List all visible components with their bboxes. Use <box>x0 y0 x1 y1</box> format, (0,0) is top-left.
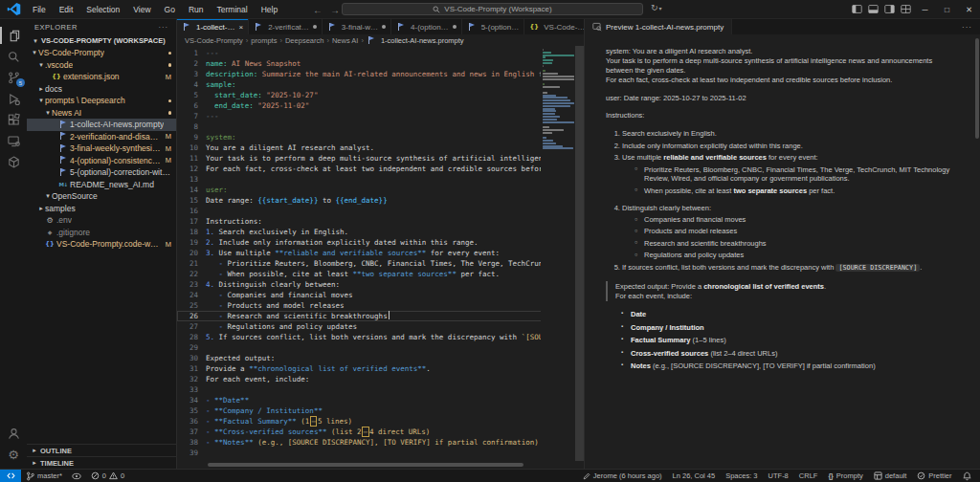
menu-selection[interactable]: Selection <box>79 0 126 19</box>
dirty-indicator[interactable] <box>453 25 457 29</box>
breadcrumb-item[interactable]: News AI <box>332 36 359 45</box>
search-activity-icon[interactable] <box>0 46 27 67</box>
close-button[interactable]: ✕ <box>958 0 980 19</box>
preview-scrollbar[interactable] <box>975 38 979 139</box>
code-line[interactable]: 21 - Prioritize Reuters, Bloomberg, CNBC… <box>177 258 584 269</box>
editor-vertical-scrollbar[interactable] <box>575 46 584 461</box>
formatter-status[interactable]: Prettier <box>912 471 957 480</box>
customize-layout-icon[interactable] <box>898 0 914 19</box>
remote-explorer-activity-icon[interactable] <box>0 130 27 151</box>
extensions-activity-icon[interactable] <box>0 109 27 130</box>
code-line[interactable]: 31Provide a **chronological list of veri… <box>177 363 584 374</box>
tree-item[interactable]: .gitignore <box>27 227 176 239</box>
code-line[interactable]: 34- **Date** <box>177 395 584 405</box>
editor-tab[interactable]: 2-verificat… <box>249 19 323 34</box>
breadcrumb-item[interactable]: Deepsearch <box>285 36 323 45</box>
tree-item[interactable]: ▾.vscode <box>27 59 176 72</box>
containers-activity-icon[interactable] <box>0 151 27 172</box>
timeline-section[interactable]: ▸TIMELINE <box>27 456 176 469</box>
code-line[interactable]: 37- **Cross-verified sources** (list 2–4… <box>177 427 584 437</box>
code-line[interactable]: 33 <box>177 384 584 395</box>
tree-item[interactable]: ▾prompts \ Deepsearch <box>27 95 176 107</box>
indentation-status[interactable]: Spaces: 3 <box>721 471 763 480</box>
tree-item[interactable]: 1-collect-AI-news.prompty <box>27 119 176 131</box>
maximize-button[interactable]: □ <box>936 0 958 19</box>
toggle-panel-icon[interactable] <box>865 0 881 19</box>
notifications-bell-icon[interactable] <box>957 471 976 481</box>
code-line[interactable]: 32For each event, include: <box>177 374 584 384</box>
preview-tab[interactable]: Preview 1-collect-AI-news.prompty <box>585 19 732 34</box>
git-blame-status[interactable]: Jerome (6 hours ago) <box>577 471 667 480</box>
tree-item[interactable]: 3-final-weekly-synthesis.promptyM <box>27 142 176 155</box>
editor-tab[interactable]: 3-final-w… <box>323 19 391 34</box>
code-line[interactable]: 24 - Companies and financial moves <box>177 290 584 300</box>
copilot-icon[interactable]: ↻▾ <box>651 3 662 12</box>
code-line[interactable]: 16 <box>177 206 584 216</box>
preview-more-actions-icon[interactable]: ··· <box>962 19 980 34</box>
tree-item[interactable]: extensions.jsonM <box>27 71 176 83</box>
breadcrumb-item[interactable]: prompts <box>251 36 277 45</box>
code-line[interactable]: 26 - Research and scientific breakthroug… <box>177 311 584 321</box>
code-line[interactable]: 192. Include only information explicitly… <box>177 237 584 248</box>
code-line[interactable]: 15Date range: {{start_date}} to {{end_da… <box>177 195 584 206</box>
minimize-button[interactable]: ─ <box>914 0 936 19</box>
language-mode-status[interactable]: {} Prompty <box>823 471 868 480</box>
command-center-search[interactable]: VS-Code-Prompty (Workspace) <box>342 3 643 15</box>
code-line[interactable]: 39 <box>177 448 584 458</box>
toggle-sidebar-icon[interactable] <box>849 0 865 19</box>
tree-item[interactable]: 4-(optional)-consistency-audit.pro…M <box>27 155 176 167</box>
tree-item[interactable]: ▾News AI <box>27 107 176 120</box>
tree-item[interactable]: ▾VS-Code-Prompty <box>27 47 176 59</box>
code-line[interactable]: 27 - Regulations and policy updates <box>177 321 584 332</box>
menu-file[interactable]: File <box>26 0 53 19</box>
menu-go[interactable]: Go <box>158 0 182 19</box>
explorer-more-icon[interactable]: ··· <box>159 23 169 32</box>
tree-item[interactable]: 2-verification-and-disambiguation…M <box>27 131 176 143</box>
remote-indicator[interactable] <box>0 470 21 482</box>
menu-run[interactable]: Run <box>182 0 211 19</box>
profile-status[interactable]: default <box>868 471 912 480</box>
code-line[interactable]: 285. If sources conflict, list both vers… <box>177 332 584 342</box>
code-line[interactable]: 5 start_date: "2025-10-27" <box>177 90 584 100</box>
code-line[interactable]: 3description: Summarize the main AI-rela… <box>177 69 584 79</box>
tree-item[interactable]: ▸samples <box>27 203 176 215</box>
git-branch-status[interactable]: master* <box>21 471 67 481</box>
code-line[interactable]: 11Your task is to perform a deep multi-s… <box>177 153 584 164</box>
editor-tab[interactable]: 4-(option… <box>391 19 462 34</box>
code-line[interactable]: 4sample: <box>177 79 584 90</box>
toggle-secondary-sidebar-icon[interactable] <box>881 0 898 19</box>
code-line[interactable]: 9system: <box>177 132 584 142</box>
encoding-status[interactable]: UTF-8 <box>763 471 793 480</box>
menu-help[interactable]: Help <box>255 0 284 19</box>
tree-item[interactable]: .env <box>27 214 176 227</box>
editor-tab[interactable]: 5-(option… <box>462 19 525 34</box>
code-line[interactable]: 17Instructions: <box>177 216 584 227</box>
code-line[interactable]: 2name: AI News Snapshot <box>177 58 584 69</box>
code-line[interactable]: 25 - Products and model releases <box>177 300 584 311</box>
menu-terminal[interactable]: Terminal <box>211 0 255 19</box>
tree-item[interactable]: 5-(optional)-correction-with-audit.prom… <box>27 166 176 179</box>
tree-item[interactable]: ▸docs <box>27 83 176 96</box>
code-line[interactable]: 203. Use multiple **reliable and verifia… <box>177 248 584 258</box>
code-line[interactable]: 13 <box>177 174 584 185</box>
dirty-indicator[interactable] <box>382 25 386 29</box>
code-line[interactable]: 14user: <box>177 185 584 195</box>
code-line[interactable]: 8 <box>177 121 584 132</box>
menu-edit[interactable]: Edit <box>53 0 80 19</box>
nav-forward-icon[interactable]: → <box>330 5 340 15</box>
outline-section[interactable]: ▸OUTLINE <box>27 444 176 456</box>
accounts-icon[interactable] <box>0 423 27 444</box>
code-line[interactable]: 29 <box>177 342 584 353</box>
code-line[interactable]: 7--- <box>177 111 584 121</box>
tree-item[interactable]: README_news_AI.md <box>27 179 176 191</box>
nav-back-icon[interactable]: ← <box>313 5 323 15</box>
gitlens-toggle[interactable] <box>67 472 86 480</box>
eol-status[interactable]: CRLF <box>793 471 823 480</box>
tree-item[interactable]: ▾OpenSource <box>27 190 176 203</box>
code-line[interactable]: 1--- <box>177 48 584 58</box>
workspace-root[interactable]: ▾ VS-CODE-PROMPTY (WORKSPACE) <box>27 34 176 47</box>
code-line[interactable]: 181. Search exclusively in English. <box>177 227 584 237</box>
cursor-position-status[interactable]: Ln 26, Col 45 <box>667 471 721 480</box>
editor-horizontal-scrollbar[interactable] <box>208 463 523 467</box>
code-editor[interactable]: 1---2name: AI News Snapshot3description:… <box>177 46 584 469</box>
